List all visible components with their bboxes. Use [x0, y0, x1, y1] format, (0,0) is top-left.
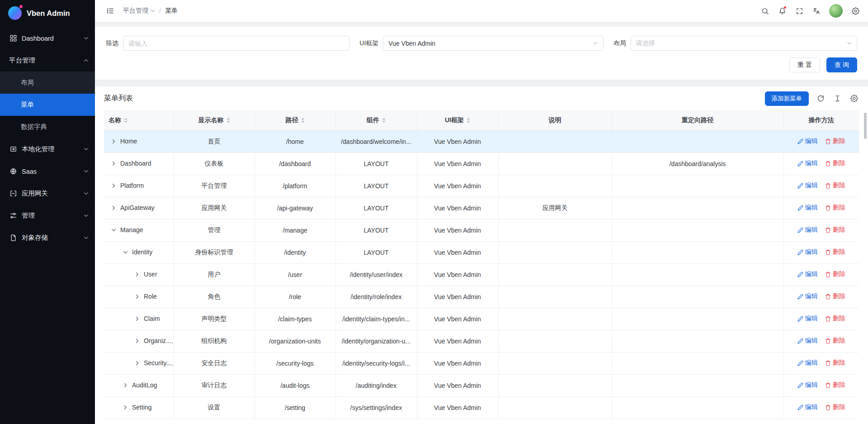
sidebar-item-api-gateway[interactable]: 应用网关 [0, 182, 95, 205]
edit-label: 编辑 [805, 381, 818, 389]
breadcrumb-parent[interactable]: 平台管理 [123, 7, 155, 15]
column-header-0[interactable]: 名称 [104, 110, 174, 130]
collapse-row-icon[interactable] [111, 228, 116, 233]
delete-button[interactable]: 删除 [825, 226, 845, 234]
cell-value: 声明类型 [202, 315, 227, 322]
table-row[interactable]: AuditLog审计日志/audit-logs/auditing/indexVu… [104, 374, 859, 396]
sidebar-item-manage[interactable]: 管理 [0, 205, 95, 227]
fullscreen-icon[interactable] [791, 3, 807, 19]
expand-row-icon[interactable] [123, 405, 128, 410]
table-row[interactable]: Organiz...组织机构/organization-units/identi… [104, 330, 859, 352]
edit-button[interactable]: 编辑 [797, 314, 818, 323]
edit-button[interactable]: 编辑 [797, 204, 818, 212]
expand-row-icon[interactable] [135, 338, 140, 343]
app-logo[interactable]: Vben Admin [0, 0, 95, 26]
edit-button[interactable]: 编辑 [797, 403, 818, 411]
sidebar-item-menu[interactable]: 菜单 [0, 94, 95, 116]
table-row[interactable]: Role角色/role/identity/role/indexVue Vben … [104, 286, 859, 308]
cell-component: LAYOUT [335, 197, 417, 219]
delete-label: 删除 [833, 204, 845, 212]
table-row[interactable]: User用户/user/identity/user/indexVue Vben … [104, 263, 859, 286]
sort-icon[interactable] [124, 118, 127, 123]
settings-icon[interactable] [847, 3, 863, 19]
delete-button[interactable]: 删除 [825, 314, 845, 323]
collapse-row-icon[interactable] [123, 250, 128, 255]
sort-icon[interactable] [382, 118, 386, 123]
delete-button[interactable]: 删除 [825, 359, 845, 367]
column-settings-icon[interactable] [849, 94, 859, 104]
language-icon[interactable] [808, 3, 825, 19]
sidebar-item-layout[interactable]: 布局 [0, 71, 95, 94]
row-height-icon[interactable] [832, 94, 842, 104]
expand-row-icon[interactable] [135, 294, 140, 299]
column-header-4[interactable]: UI框架 [417, 110, 498, 130]
refresh-icon[interactable] [816, 94, 826, 104]
delete-button[interactable]: 删除 [825, 337, 845, 345]
sidebar-item-saas[interactable]: Saas [0, 160, 95, 182]
sidebar-item-dashboard[interactable]: Dashboard [0, 27, 95, 49]
sort-icon[interactable] [226, 118, 230, 123]
edit-button[interactable]: 编辑 [797, 181, 818, 190]
sidebar-item-platform[interactable]: 平台管理 [0, 49, 95, 71]
expand-row-icon[interactable] [123, 383, 128, 388]
table-row[interactable]: ApiGateway应用网关/api-gatewayLAYOUTVue Vben… [104, 197, 859, 219]
edit-button[interactable]: 编辑 [797, 381, 818, 389]
notification-icon[interactable] [774, 3, 790, 19]
table-row[interactable]: Claim声明类型/claim-types/identity/claim-typ… [104, 308, 859, 330]
column-label: 名称 [108, 116, 121, 124]
delete-button[interactable]: 删除 [825, 159, 845, 167]
sidebar-item-object-storage[interactable]: 对象存储 [0, 227, 95, 249]
edit-button[interactable]: 编辑 [797, 270, 818, 278]
table-row[interactable]: Platform平台管理/platformLAYOUTVue Vben Admi… [104, 175, 859, 197]
expand-row-icon[interactable] [111, 205, 116, 210]
edit-button[interactable]: 编辑 [797, 137, 818, 145]
table-row[interactable]: Identity身份标识管理/identityLAYOUTVue Vben Ad… [104, 241, 859, 263]
search-icon[interactable] [757, 3, 773, 19]
reset-button[interactable]: 重 置 [789, 57, 820, 72]
column-header-3[interactable]: 组件 [335, 110, 417, 130]
table-row[interactable]: Home首页/home/dashboard/welcome/in...Vue V… [104, 130, 859, 152]
expand-row-icon[interactable] [135, 316, 140, 321]
expand-row-icon[interactable] [111, 139, 116, 144]
edit-button[interactable]: 编辑 [797, 337, 818, 345]
delete-button[interactable]: 删除 [825, 403, 845, 411]
table-row[interactable]: Dashboard仪表板/dashboardLAYOUTVue Vben Adm… [104, 152, 859, 175]
table-row[interactable]: Setting设置/setting/sys/settings/indexVue … [104, 396, 859, 419]
expand-row-icon[interactable] [135, 361, 140, 366]
table-row[interactable]: Security...安全日志/security-logs/identity/s… [104, 352, 859, 374]
sidebar-item-data-dictionary[interactable]: 数据字典 [0, 116, 95, 138]
notification-badge [783, 6, 787, 9]
column-header-5: 说明 [498, 110, 612, 130]
sort-icon[interactable] [467, 118, 470, 123]
delete-label: 删除 [833, 181, 845, 190]
query-button[interactable]: 查 询 [826, 57, 857, 72]
keyword-input[interactable] [123, 36, 349, 51]
delete-button[interactable]: 删除 [825, 181, 845, 190]
delete-button[interactable]: 删除 [825, 292, 845, 300]
table-row[interactable]: Manage管理/manageLAYOUTVue Vben Admin编辑删除 [104, 219, 859, 241]
delete-button[interactable]: 删除 [825, 204, 845, 212]
sort-icon[interactable] [301, 118, 305, 123]
sidebar-item-localization[interactable]: 本地化管理 [0, 138, 95, 160]
add-menu-button[interactable]: 添加新菜单 [765, 91, 809, 106]
edit-button[interactable]: 编辑 [797, 292, 818, 300]
expand-row-icon[interactable] [135, 272, 140, 277]
vertical-scrollbar[interactable] [864, 113, 867, 139]
column-header-2[interactable]: 路径 [255, 110, 335, 130]
edit-button[interactable]: 编辑 [797, 159, 818, 167]
edit-button[interactable]: 编辑 [797, 359, 818, 367]
edit-button[interactable]: 编辑 [797, 248, 818, 256]
delete-button[interactable]: 删除 [825, 137, 845, 145]
ui-framework-select[interactable]: Vue Vben Admin [383, 36, 603, 51]
layout-select[interactable]: 请选择 [631, 36, 857, 51]
column-header-1[interactable]: 显示名称 [174, 110, 255, 130]
sidebar-collapse-icon[interactable] [102, 3, 118, 19]
delete-button[interactable]: 删除 [825, 381, 845, 389]
delete-button[interactable]: 删除 [825, 270, 845, 278]
delete-button[interactable]: 删除 [825, 248, 845, 256]
expand-row-icon[interactable] [111, 161, 116, 166]
cell-value: /dashboard/welcome/in... [341, 138, 411, 145]
avatar[interactable] [829, 4, 843, 18]
edit-button[interactable]: 编辑 [797, 226, 818, 234]
expand-row-icon[interactable] [111, 183, 116, 188]
